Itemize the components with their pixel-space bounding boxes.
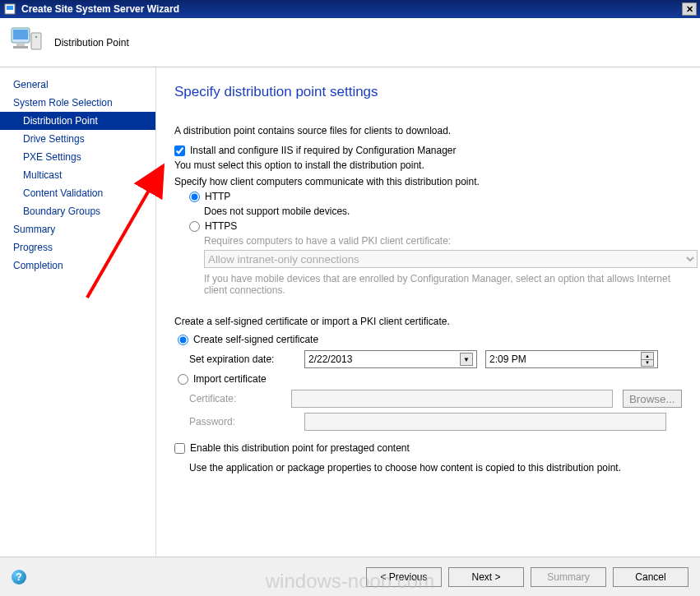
http-label: HTTP: [205, 191, 230, 202]
sidebar-item-summary[interactable]: Summary: [0, 220, 155, 238]
https-radio[interactable]: [189, 221, 200, 232]
wizard-footer: ? < Previous Next > Summary Cancel: [0, 557, 700, 596]
install-iis-label: Install and configure IIS if required by…: [190, 145, 457, 156]
titlebar: Create Site System Server Wizard ✕: [0, 0, 700, 18]
window-icon: [3, 2, 16, 16]
sidebar-item-distribution-point[interactable]: Distribution Point: [0, 112, 155, 130]
sidebar-item-drive-settings[interactable]: Drive Settings: [0, 130, 155, 148]
window-title: Create Site System Server Wizard: [21, 3, 179, 15]
previous-button[interactable]: < Previous: [366, 567, 442, 587]
next-button[interactable]: Next >: [448, 567, 524, 587]
sidebar-item-progress[interactable]: Progress: [0, 238, 155, 256]
sidebar-item-system-role-selection[interactable]: System Role Selection: [0, 94, 155, 112]
expiration-label: Set expiration date:: [189, 353, 304, 365]
expiration-date-value: 2/22/2013: [308, 353, 352, 365]
header-logo-icon: [8, 25, 44, 60]
import-cert-radio[interactable]: [178, 374, 188, 385]
page-header-title: Distribution Point: [54, 37, 129, 49]
close-button[interactable]: ✕: [682, 2, 697, 16]
svg-rect-4: [16, 43, 25, 46]
cancel-button[interactable]: Cancel: [613, 567, 688, 587]
svg-rect-1: [7, 6, 13, 10]
certificate-field-label: Certificate:: [189, 393, 291, 404]
browse-button: Browse...: [623, 390, 682, 408]
time-spinner[interactable]: ▲▼: [641, 352, 654, 367]
password-field-label: Password:: [189, 416, 304, 427]
help-icon[interactable]: ?: [12, 570, 26, 584]
http-note: Does not support mobile devices.: [174, 206, 682, 217]
description-text: A distribution point contains source fil…: [174, 125, 682, 136]
prestage-label: Enable this distribution point for prest…: [190, 442, 410, 454]
certificate-input: [291, 390, 613, 408]
https-footer-note: If you have mobile devices that are enro…: [174, 273, 682, 296]
https-connections-select: Allow intranet-only connections: [204, 250, 698, 268]
summary-button: Summary: [531, 567, 606, 587]
svg-rect-6: [31, 33, 41, 49]
create-cert-radio[interactable]: [178, 335, 188, 345]
prestage-note: Use the application or package propertie…: [189, 462, 682, 474]
svg-rect-3: [13, 30, 28, 39]
sidebar-item-general[interactable]: General: [0, 76, 155, 94]
iis-note: You must select this option to install t…: [174, 159, 682, 171]
http-radio[interactable]: [189, 192, 200, 202]
sidebar-item-pxe-settings[interactable]: PXE Settings: [0, 148, 155, 166]
comm-label: Specify how client computers communicate…: [174, 176, 682, 187]
expiration-time-input[interactable]: 2:09 PM ▲▼: [485, 350, 658, 368]
svg-rect-5: [13, 46, 28, 49]
create-cert-label: Create self-signed certificate: [193, 334, 318, 345]
sidebar-item-boundary-groups[interactable]: Boundary Groups: [0, 202, 155, 220]
svg-point-7: [35, 36, 37, 38]
password-input: [304, 413, 666, 431]
expiration-date-input[interactable]: 2/22/2013 ▼: [304, 350, 477, 368]
import-cert-label: Import certificate: [193, 373, 267, 385]
main-panel: Specify distribution point settings A di…: [156, 67, 700, 557]
sidebar-item-multicast[interactable]: Multicast: [0, 166, 155, 184]
page-title: Specify distribution point settings: [174, 84, 682, 100]
sidebar-item-content-validation[interactable]: Content Validation: [0, 184, 155, 202]
https-note: Requires computers to have a valid PKI c…: [174, 235, 682, 247]
https-label: HTTPS: [205, 220, 237, 232]
wizard-header: Distribution Point: [0, 18, 700, 67]
cert-section-label: Create a self-signed certificate or impo…: [174, 316, 682, 327]
wizard-sidebar: GeneralSystem Role SelectionDistribution…: [0, 67, 156, 557]
expiration-time-value: 2:09 PM: [489, 353, 526, 365]
prestage-checkbox[interactable]: [174, 443, 185, 454]
chevron-down-icon[interactable]: ▼: [460, 353, 473, 366]
sidebar-item-completion[interactable]: Completion: [0, 256, 155, 275]
install-iis-checkbox[interactable]: [174, 146, 185, 156]
